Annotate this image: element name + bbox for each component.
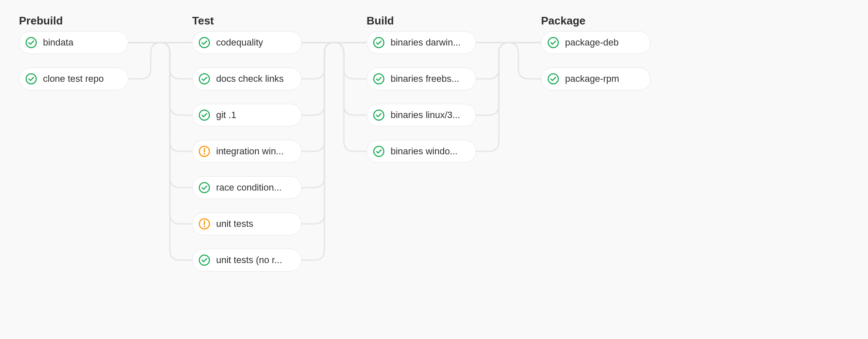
stage-title: Build	[367, 14, 394, 27]
job-label: package-rpm	[565, 73, 619, 84]
check-circle-icon	[373, 37, 385, 48]
svg-point-18	[548, 74, 558, 84]
svg-point-3	[199, 74, 209, 84]
connector-line	[302, 43, 367, 79]
connector-line	[129, 43, 192, 260]
svg-point-12	[199, 255, 209, 265]
job-label: binaries darwin...	[391, 37, 461, 48]
connector-line	[129, 43, 192, 151]
job-label: binaries windo...	[391, 146, 458, 157]
check-circle-icon	[373, 145, 385, 157]
svg-point-16	[374, 146, 384, 156]
warning-circle-icon	[198, 145, 210, 157]
pipeline-job[interactable]: docs check links	[192, 67, 302, 90]
pipeline-job[interactable]: bindata	[19, 31, 129, 54]
job-label: race condition...	[216, 182, 281, 193]
job-label: unit tests (no r...	[216, 255, 282, 266]
check-circle-icon	[198, 254, 210, 266]
check-circle-icon	[198, 73, 210, 85]
pipeline-job[interactable]: unit tests (no r...	[192, 249, 302, 272]
job-label: unit tests	[216, 218, 253, 229]
job-label: git .1	[216, 110, 236, 121]
pipeline-job[interactable]: binaries darwin...	[367, 31, 476, 54]
check-circle-icon	[373, 73, 385, 85]
svg-point-14	[374, 74, 384, 84]
check-circle-icon	[547, 37, 559, 48]
check-circle-icon	[198, 182, 210, 194]
connector-line	[302, 43, 367, 151]
warning-circle-icon	[198, 145, 210, 157]
check-circle-icon	[198, 182, 210, 194]
svg-point-17	[548, 38, 558, 48]
connector-line	[129, 43, 192, 79]
pipeline-job[interactable]: binaries linux/3...	[367, 104, 476, 126]
check-circle-icon	[25, 37, 37, 48]
connector-line	[476, 43, 541, 79]
check-circle-icon	[373, 109, 385, 121]
stage-title: Test	[192, 14, 214, 27]
job-label: package-deb	[565, 37, 619, 48]
connector-line	[302, 43, 367, 115]
stage-title: Package	[541, 14, 586, 27]
check-circle-icon	[373, 109, 385, 121]
svg-point-7	[204, 153, 205, 154]
connector-line	[129, 43, 192, 224]
svg-point-11	[204, 226, 205, 227]
connector-line	[302, 43, 367, 224]
check-circle-icon	[373, 37, 385, 48]
check-circle-icon	[547, 37, 559, 48]
svg-point-13	[374, 38, 384, 48]
pipeline-job[interactable]: codequality	[192, 31, 302, 54]
connector-line	[476, 43, 541, 115]
pipeline-job[interactable]: package-deb	[541, 31, 651, 54]
svg-point-4	[199, 110, 209, 120]
svg-point-0	[26, 38, 36, 48]
check-circle-icon	[198, 254, 210, 266]
connector-line	[302, 43, 367, 188]
connector-line	[476, 43, 541, 79]
connector-line	[302, 43, 367, 79]
warning-circle-icon	[198, 218, 210, 230]
job-label: codequality	[216, 37, 263, 48]
connector-line	[302, 43, 367, 115]
check-circle-icon	[373, 145, 385, 157]
check-circle-icon	[25, 37, 37, 48]
connector-line	[129, 43, 192, 115]
check-circle-icon	[198, 109, 210, 121]
check-circle-icon	[198, 37, 210, 48]
check-circle-icon	[373, 73, 385, 85]
svg-point-2	[199, 38, 209, 48]
job-label: binaries linux/3...	[391, 110, 460, 121]
pipeline-job[interactable]: package-rpm	[541, 67, 651, 90]
pipeline-job[interactable]: git .1	[192, 104, 302, 126]
svg-point-8	[199, 183, 209, 193]
svg-point-1	[26, 74, 36, 84]
job-label: binaries freebs...	[391, 73, 459, 84]
connector-line	[302, 43, 367, 260]
stage-title: Prebuild	[19, 14, 63, 27]
connector-line	[129, 43, 192, 188]
check-circle-icon	[198, 109, 210, 121]
check-circle-icon	[198, 37, 210, 48]
pipeline-job[interactable]: integration win...	[192, 140, 302, 163]
connector-line	[476, 43, 541, 151]
check-circle-icon	[25, 73, 37, 85]
pipeline-job[interactable]: binaries freebs...	[367, 67, 476, 90]
pipeline-job[interactable]: binaries windo...	[367, 140, 476, 163]
pipeline-job[interactable]: unit tests	[192, 213, 302, 235]
job-label: bindata	[43, 37, 73, 48]
check-circle-icon	[25, 73, 37, 85]
warning-circle-icon	[198, 218, 210, 230]
pipeline-job[interactable]: clone test repo	[19, 67, 129, 90]
job-label: integration win...	[216, 146, 284, 157]
svg-point-15	[374, 110, 384, 120]
check-circle-icon	[198, 73, 210, 85]
job-label: clone test repo	[43, 73, 104, 84]
connector-line	[302, 43, 367, 151]
check-circle-icon	[547, 73, 559, 85]
job-label: docs check links	[216, 73, 284, 84]
connector-line	[129, 43, 192, 79]
check-circle-icon	[547, 73, 559, 85]
pipeline-job[interactable]: race condition...	[192, 176, 302, 199]
